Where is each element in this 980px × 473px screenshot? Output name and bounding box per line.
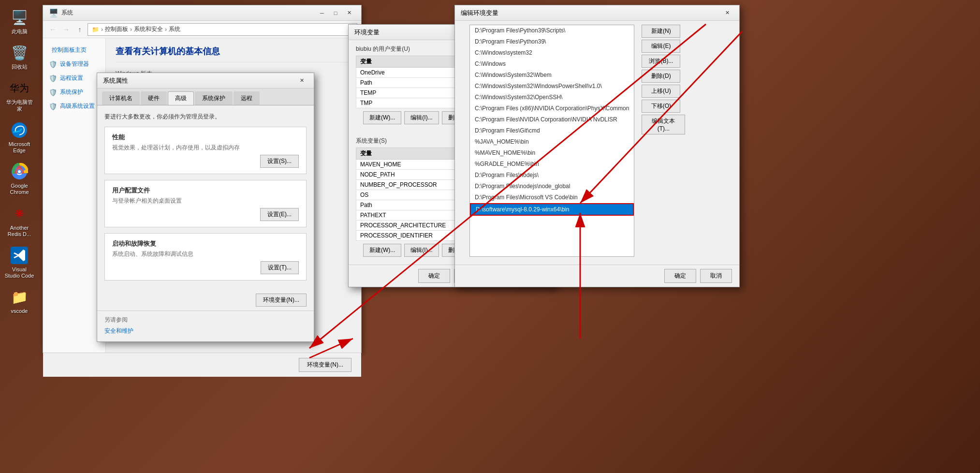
- sidebar-advanced-system[interactable]: 🛡️ 高级系统设置: [43, 99, 105, 113]
- list-item[interactable]: %JAVA_HOME%\bin: [470, 136, 634, 148]
- sidebar-remote-settings[interactable]: 🛡️ 远程设置: [43, 71, 105, 85]
- system-title-icon: 🖥️: [49, 8, 59, 17]
- list-item[interactable]: D:\Program Files\Python39\Scripts\: [470, 25, 634, 36]
- edit-text-button[interactable]: 编辑文本(T)...: [642, 115, 685, 134]
- shield-icon-1: 🛡️: [49, 60, 57, 68]
- env-dialog-title: 环境变量: [354, 28, 380, 37]
- vscode-folder-icon: 📁: [10, 287, 29, 307]
- performance-section: 性能 视觉效果，处理器计划，内存使用，以及虚拟内存 设置(S)...: [104, 127, 307, 174]
- this-pc-icon: 🖥️: [10, 8, 29, 27]
- tab-hardware[interactable]: 硬件: [141, 91, 167, 105]
- minimize-button[interactable]: ─: [316, 8, 328, 18]
- edit-button[interactable]: 编辑(E): [642, 40, 680, 53]
- edit-env-side-btns: 新建(N) 编辑(E) 浏览(B)... 删除(D) 上移(U) 下移(O) 编…: [642, 21, 690, 261]
- edit-env-controls: ✕: [721, 8, 733, 18]
- address-bar[interactable]: 📁 › 控制面板 › 系统和安全 › 系统: [88, 23, 357, 36]
- list-item[interactable]: C:\Windows\System32\Wbem: [470, 70, 634, 81]
- list-item[interactable]: C:\Windows\system32: [470, 47, 634, 59]
- edit-env-list[interactable]: D:\Program Files\Python39\Scripts\ D:\Pr…: [469, 25, 634, 257]
- sidebar-item-vscode-folder[interactable]: 📁 vscode: [2, 284, 37, 317]
- desktop: 🖥️ 此电脑 🗑️ 回收站 华为 华为电脑管家 MicrosoftEdge: [0, 0, 980, 473]
- sys-props-env-button[interactable]: 环境变量(N)...: [256, 294, 307, 307]
- user-profiles-settings-button[interactable]: 设置(E)...: [260, 208, 299, 221]
- list-item[interactable]: C:\Program Files\NVIDIA Corporation\NVID…: [470, 114, 634, 125]
- performance-btn-row: 设置(S)...: [112, 155, 299, 168]
- list-item[interactable]: D:\Program Files\nodejs\: [470, 170, 634, 181]
- desktop-icons: 🖥️ 此电脑 🗑️ 回收站 华为 华为电脑管家 MicrosoftEdge: [0, 0, 39, 473]
- move-up-button[interactable]: 上移(U): [642, 85, 680, 98]
- list-item[interactable]: C:\Program Files (x86)\NVIDIA Corporatio…: [470, 103, 634, 114]
- forward-button[interactable]: →: [60, 24, 72, 35]
- tab-system-protection[interactable]: 系统保护: [195, 91, 233, 105]
- edit-env-dialog: 编辑环境变量 ✕ D:\Program Files\Python39\Scrip…: [454, 5, 740, 287]
- vscode-icon: [10, 246, 29, 265]
- huawei-icon: 华为: [10, 78, 29, 98]
- sidebar-item-edge[interactable]: MicrosoftEdge: [2, 118, 37, 157]
- list-item-selected[interactable]: D:\software\mysql-8.0.29-winx64\bin: [470, 203, 634, 216]
- env-ok-button[interactable]: 确定: [418, 269, 450, 283]
- huawei-label: 华为电脑管家: [4, 99, 35, 112]
- sidebar-control-panel-home[interactable]: 控制面板主页: [43, 43, 105, 57]
- move-down-button[interactable]: 下移(O): [642, 100, 680, 113]
- sys-edit-button[interactable]: 编辑(I)...: [404, 244, 439, 257]
- startup-box: 启动和故障恢复 系统启动、系统故障和调试信息 设置(T)...: [104, 233, 307, 281]
- maximize-button[interactable]: □: [329, 8, 342, 18]
- system-title-text: 系统: [61, 9, 73, 17]
- sidebar-device-manager[interactable]: 🛡️ 设备管理器: [43, 57, 105, 71]
- sidebar-item-recycle-bin[interactable]: 🗑️ 回收站: [2, 40, 37, 73]
- list-item[interactable]: %GRADLE_HOME%\bin: [470, 159, 634, 170]
- sys-props-close[interactable]: ✕: [295, 76, 308, 86]
- list-item[interactable]: D:\Program Files\Microsoft VS Code\bin: [470, 192, 634, 203]
- sys-props-title: 系统属性: [103, 76, 128, 85]
- user-new-button[interactable]: 新建(W)...: [363, 111, 401, 124]
- sidebar-system-protection[interactable]: 🛡️ 系统保护: [43, 85, 105, 99]
- tab-advanced[interactable]: 高级: [168, 91, 194, 105]
- user-profiles-desc: 与登录帐户相关的桌面设置: [112, 197, 299, 205]
- env-var-button[interactable]: 环境变量(N)...: [299, 358, 351, 372]
- sidebar-item-redis[interactable]: ❋ AnotherRedis D...: [2, 201, 37, 240]
- list-item[interactable]: D:\Program Files\Git\cmd: [470, 125, 634, 136]
- close-button[interactable]: ✕: [343, 8, 355, 18]
- address-part1: 控制面板: [105, 25, 128, 33]
- user-profiles-box: 用户配置文件 与登录帐户相关的桌面设置 设置(E)...: [104, 180, 307, 227]
- recycle-bin-label: 回收站: [12, 64, 28, 70]
- related-title: 另请参阅: [104, 316, 307, 324]
- sys-new-button[interactable]: 新建(W)...: [363, 244, 401, 257]
- delete-button[interactable]: 删除(D): [642, 70, 680, 83]
- up-button[interactable]: ↑: [74, 24, 86, 35]
- tab-remote[interactable]: 远程: [234, 91, 260, 105]
- vscode-folder-label: vscode: [11, 308, 28, 314]
- sidebar-item-huawei[interactable]: 华为 华为电脑管家: [2, 75, 37, 115]
- new-button[interactable]: 新建(N): [642, 25, 680, 38]
- this-pc-label: 此电脑: [12, 29, 28, 35]
- list-item[interactable]: D:\Program Files\nodejs\node_global: [470, 181, 634, 192]
- edit-env-ok-button[interactable]: 确定: [664, 269, 696, 283]
- user-profiles-section: 用户配置文件 与登录帐户相关的桌面设置 设置(E)...: [104, 180, 307, 227]
- sidebar-item-chrome[interactable]: GoogleChrome: [2, 159, 37, 198]
- list-item[interactable]: %MAVEN_HOME%\bin: [470, 148, 634, 159]
- sidebar-item-this-pc[interactable]: 🖥️ 此电脑: [2, 5, 37, 38]
- sidebar-item-vscode[interactable]: VisualStudio Code: [2, 243, 37, 282]
- edit-env-close[interactable]: ✕: [721, 8, 733, 18]
- edit-env-footer: 确定 取消: [455, 265, 739, 287]
- list-item[interactable]: C:\Windows\System32\OpenSSH\: [470, 92, 634, 103]
- startup-settings-button[interactable]: 设置(T)...: [261, 261, 299, 274]
- list-item[interactable]: C:\Windows: [470, 59, 634, 70]
- security-maintenance-link[interactable]: 安全和维护: [104, 327, 307, 335]
- list-item[interactable]: C:\Windows\System32\WindowsPowerShell\v1…: [470, 81, 634, 92]
- page-title: 查看有关计算机的基本信息: [116, 45, 351, 62]
- user-edit-button[interactable]: 编辑(I)...: [404, 111, 439, 124]
- performance-settings-button[interactable]: 设置(S)...: [260, 155, 299, 168]
- browse-button[interactable]: 浏览(B)...: [642, 55, 680, 68]
- edge-label: MicrosoftEdge: [9, 141, 30, 154]
- startup-title: 启动和故障恢复: [112, 239, 299, 248]
- sys-props-titlebar: 系统属性 ✕: [97, 73, 314, 89]
- redis-label: AnotherRedis D...: [8, 225, 31, 237]
- back-button[interactable]: ←: [47, 24, 59, 35]
- tab-computer-name[interactable]: 计算机名: [102, 91, 140, 105]
- window-controls: ─ □ ✕: [316, 8, 355, 18]
- edit-env-cancel-button[interactable]: 取消: [700, 269, 732, 283]
- list-item[interactable]: D:\Program Files\Python39\: [470, 36, 634, 47]
- tab-bar: 计算机名 硬件 高级 系统保护 远程: [97, 89, 314, 105]
- edit-env-title: 编辑环境变量: [461, 9, 498, 17]
